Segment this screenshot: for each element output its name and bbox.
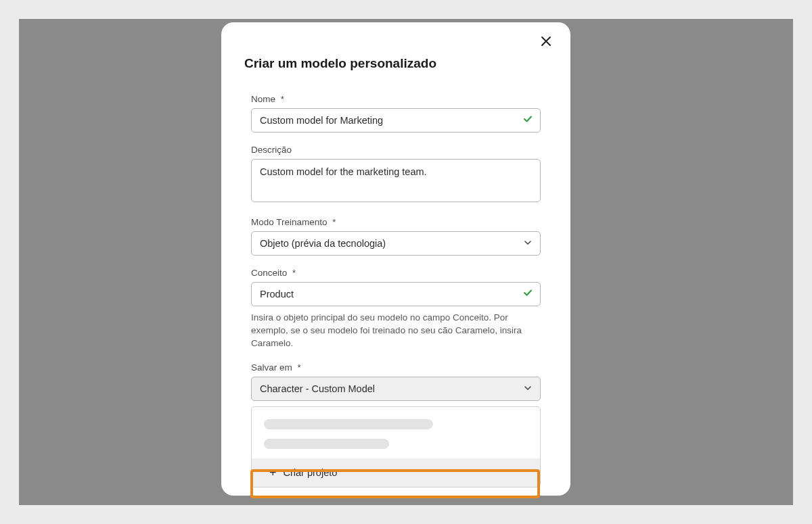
close-button[interactable] <box>541 34 551 49</box>
name-input[interactable] <box>251 108 541 133</box>
check-icon <box>523 288 533 300</box>
concept-label: Conceito * <box>251 268 541 278</box>
create-project-label: Criar projeto <box>284 467 338 478</box>
placeholder-option[interactable] <box>264 439 389 449</box>
label-text: Modo Treinamento <box>251 217 328 227</box>
create-custom-model-dialog: Criar um modelo personalizado Nome * Des… <box>221 22 570 496</box>
close-icon <box>541 36 551 47</box>
field-concept: Conceito * Insira o objeto principal do … <box>251 268 541 350</box>
select-value: Character - Custom Model <box>260 383 375 394</box>
placeholder-option[interactable] <box>264 419 433 429</box>
training-mode-label: Modo Treinamento * <box>251 217 541 227</box>
plus-icon: + <box>269 467 277 479</box>
field-training-mode: Modo Treinamento * Objeto (prévia da tec… <box>251 217 541 256</box>
required-asterisk: * <box>332 217 336 227</box>
save-in-dropdown: + Criar projeto <box>251 406 541 487</box>
chevron-down-icon <box>524 238 532 249</box>
description-textarea[interactable] <box>251 159 541 202</box>
required-asterisk: * <box>292 268 296 278</box>
label-text: Conceito <box>251 268 287 278</box>
save-in-label: Salvar em * <box>251 362 541 373</box>
label-text: Salvar em <box>251 362 292 373</box>
required-asterisk: * <box>298 362 301 373</box>
create-project-button[interactable]: + Criar projeto <box>252 458 540 487</box>
name-label: Nome * <box>251 94 541 104</box>
dialog-title: Criar um modelo personalizado <box>244 56 570 71</box>
label-text: Nome <box>251 94 275 104</box>
chevron-down-icon <box>524 383 532 394</box>
training-mode-select[interactable]: Objeto (prévia da tecnologia) <box>251 231 541 256</box>
required-asterisk: * <box>281 94 284 104</box>
check-icon <box>523 114 533 126</box>
select-value: Objeto (prévia da tecnologia) <box>260 238 386 249</box>
field-name: Nome * <box>251 94 541 133</box>
field-save-in: Salvar em * Character - Custom Model + C… <box>251 362 541 487</box>
concept-input[interactable] <box>251 282 541 306</box>
description-label: Descrição <box>251 145 541 155</box>
concept-helper-text: Insira o objeto principal do seu modelo … <box>251 312 541 350</box>
form: Nome * Descrição Modo Treinamento * Obje… <box>221 94 570 487</box>
field-description: Descrição <box>251 145 541 205</box>
save-in-select[interactable]: Character - Custom Model <box>251 377 541 401</box>
